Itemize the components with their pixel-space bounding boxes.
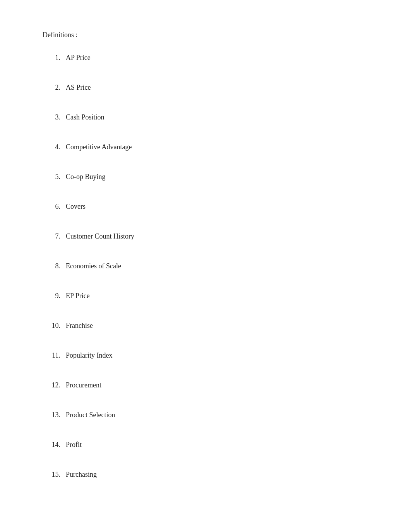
item-number: 12. [43,381,66,389]
item-label: AP Price [66,54,91,62]
item-label: Covers [66,203,86,211]
item-number: 9. [43,292,66,300]
item-label: AS Price [66,84,91,92]
list-item: 8.Economies of Scale [43,251,411,281]
item-label: Popularity Index [66,351,112,360]
item-label: Purchasing [66,471,97,479]
item-label: Economies of Scale [66,262,121,270]
page-container: Definitions : 1.AP Price2.AS Price3.Cash… [0,0,411,520]
list-item: 15.Purchasing [43,460,411,489]
item-label: Profit [66,441,82,449]
item-number: 4. [43,143,66,151]
item-label: EP Price [66,292,90,300]
item-number: 3. [43,113,66,121]
item-number: 5. [43,173,66,181]
item-number: 2. [43,84,66,92]
list-item: 12.Procurement [43,370,411,400]
list-item: 14.Profit [43,430,411,460]
item-number: 1. [43,54,66,62]
list-item: 9.EP Price [43,281,411,311]
item-label: Co-op Buying [66,173,106,181]
item-number: 14. [43,441,66,449]
definitions-header: Definitions : [43,31,411,39]
list-item: 3.Cash Position [43,102,411,132]
list-item: 7.Customer Count History [43,222,411,251]
item-number: 11. [43,351,66,360]
item-number: 10. [43,322,66,330]
item-label: Customer Count History [66,232,134,240]
list-item: 2.AS Price [43,73,411,102]
item-label: Procurement [66,381,101,389]
item-label: Cash Position [66,113,104,121]
item-label: Competitive Advantage [66,143,132,151]
item-number: 15. [43,471,66,479]
item-label: Franchise [66,322,93,330]
list-item: 5.Co-op Buying [43,162,411,192]
item-number: 8. [43,262,66,270]
item-number: 7. [43,232,66,240]
list-item: 6.Covers [43,192,411,222]
item-label: Product Selection [66,411,115,419]
definitions-list: 1.AP Price2.AS Price3.Cash Position4.Com… [43,43,411,489]
list-item: 13.Product Selection [43,400,411,430]
list-item: 11.Popularity Index [43,341,411,370]
list-item: 10.Franchise [43,311,411,341]
item-number: 6. [43,203,66,211]
list-item: 4.Competitive Advantage [43,132,411,162]
list-item: 1.AP Price [43,43,411,73]
item-number: 13. [43,411,66,419]
